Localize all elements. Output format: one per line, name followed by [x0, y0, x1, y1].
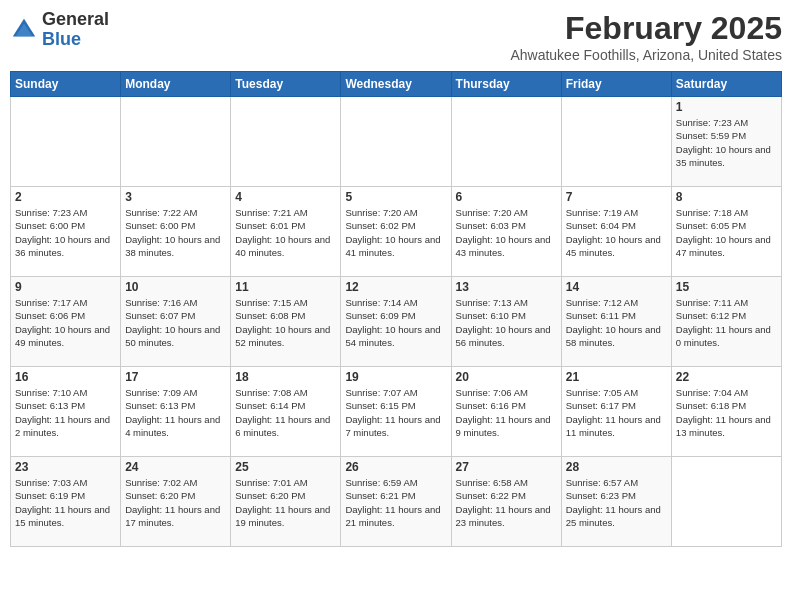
day-number: 17 — [125, 370, 226, 384]
day-info: Sunrise: 7:23 AM Sunset: 6:00 PM Dayligh… — [15, 206, 116, 259]
calendar-cell: 3Sunrise: 7:22 AM Sunset: 6:00 PM Daylig… — [121, 187, 231, 277]
calendar-cell: 6Sunrise: 7:20 AM Sunset: 6:03 PM Daylig… — [451, 187, 561, 277]
calendar-cell: 14Sunrise: 7:12 AM Sunset: 6:11 PM Dayli… — [561, 277, 671, 367]
day-info: Sunrise: 7:14 AM Sunset: 6:09 PM Dayligh… — [345, 296, 446, 349]
calendar-cell: 11Sunrise: 7:15 AM Sunset: 6:08 PM Dayli… — [231, 277, 341, 367]
day-info: Sunrise: 7:10 AM Sunset: 6:13 PM Dayligh… — [15, 386, 116, 439]
day-info: Sunrise: 7:08 AM Sunset: 6:14 PM Dayligh… — [235, 386, 336, 439]
calendar-cell: 21Sunrise: 7:05 AM Sunset: 6:17 PM Dayli… — [561, 367, 671, 457]
day-number: 7 — [566, 190, 667, 204]
calendar-cell: 20Sunrise: 7:06 AM Sunset: 6:16 PM Dayli… — [451, 367, 561, 457]
header-tuesday: Tuesday — [231, 72, 341, 97]
calendar-cell — [451, 97, 561, 187]
logo-text: General Blue — [42, 10, 109, 50]
day-info: Sunrise: 7:15 AM Sunset: 6:08 PM Dayligh… — [235, 296, 336, 349]
calendar-cell: 25Sunrise: 7:01 AM Sunset: 6:20 PM Dayli… — [231, 457, 341, 547]
day-info: Sunrise: 7:06 AM Sunset: 6:16 PM Dayligh… — [456, 386, 557, 439]
calendar-cell: 22Sunrise: 7:04 AM Sunset: 6:18 PM Dayli… — [671, 367, 781, 457]
calendar-cell — [341, 97, 451, 187]
calendar-cell — [561, 97, 671, 187]
calendar-week-4: 23Sunrise: 7:03 AM Sunset: 6:19 PM Dayli… — [11, 457, 782, 547]
calendar-cell: 17Sunrise: 7:09 AM Sunset: 6:13 PM Dayli… — [121, 367, 231, 457]
calendar-cell: 13Sunrise: 7:13 AM Sunset: 6:10 PM Dayli… — [451, 277, 561, 367]
day-info: Sunrise: 7:21 AM Sunset: 6:01 PM Dayligh… — [235, 206, 336, 259]
calendar-cell — [671, 457, 781, 547]
calendar-cell: 9Sunrise: 7:17 AM Sunset: 6:06 PM Daylig… — [11, 277, 121, 367]
day-number: 21 — [566, 370, 667, 384]
day-number: 19 — [345, 370, 446, 384]
calendar-cell: 10Sunrise: 7:16 AM Sunset: 6:07 PM Dayli… — [121, 277, 231, 367]
day-info: Sunrise: 7:13 AM Sunset: 6:10 PM Dayligh… — [456, 296, 557, 349]
calendar-week-0: 1Sunrise: 7:23 AM Sunset: 5:59 PM Daylig… — [11, 97, 782, 187]
day-number: 27 — [456, 460, 557, 474]
day-number: 16 — [15, 370, 116, 384]
day-number: 20 — [456, 370, 557, 384]
day-info: Sunrise: 7:23 AM Sunset: 5:59 PM Dayligh… — [676, 116, 777, 169]
day-number: 28 — [566, 460, 667, 474]
logo-general-text: General — [42, 10, 109, 30]
calendar-week-1: 2Sunrise: 7:23 AM Sunset: 6:00 PM Daylig… — [11, 187, 782, 277]
header-wednesday: Wednesday — [341, 72, 451, 97]
header-thursday: Thursday — [451, 72, 561, 97]
header-friday: Friday — [561, 72, 671, 97]
logo-icon — [10, 16, 38, 44]
day-number: 1 — [676, 100, 777, 114]
calendar-cell: 4Sunrise: 7:21 AM Sunset: 6:01 PM Daylig… — [231, 187, 341, 277]
calendar-cell — [231, 97, 341, 187]
calendar-cell: 5Sunrise: 7:20 AM Sunset: 6:02 PM Daylig… — [341, 187, 451, 277]
day-info: Sunrise: 7:17 AM Sunset: 6:06 PM Dayligh… — [15, 296, 116, 349]
calendar-cell: 2Sunrise: 7:23 AM Sunset: 6:00 PM Daylig… — [11, 187, 121, 277]
day-number: 3 — [125, 190, 226, 204]
calendar-cell: 1Sunrise: 7:23 AM Sunset: 5:59 PM Daylig… — [671, 97, 781, 187]
day-number: 11 — [235, 280, 336, 294]
logo-blue-text: Blue — [42, 30, 109, 50]
calendar-cell: 12Sunrise: 7:14 AM Sunset: 6:09 PM Dayli… — [341, 277, 451, 367]
day-info: Sunrise: 7:12 AM Sunset: 6:11 PM Dayligh… — [566, 296, 667, 349]
day-info: Sunrise: 7:07 AM Sunset: 6:15 PM Dayligh… — [345, 386, 446, 439]
calendar-cell — [121, 97, 231, 187]
day-number: 25 — [235, 460, 336, 474]
day-number: 12 — [345, 280, 446, 294]
header-sunday: Sunday — [11, 72, 121, 97]
calendar-cell: 16Sunrise: 7:10 AM Sunset: 6:13 PM Dayli… — [11, 367, 121, 457]
day-info: Sunrise: 7:18 AM Sunset: 6:05 PM Dayligh… — [676, 206, 777, 259]
day-number: 13 — [456, 280, 557, 294]
day-number: 22 — [676, 370, 777, 384]
day-info: Sunrise: 7:16 AM Sunset: 6:07 PM Dayligh… — [125, 296, 226, 349]
calendar-table: SundayMondayTuesdayWednesdayThursdayFrid… — [10, 71, 782, 547]
day-info: Sunrise: 6:59 AM Sunset: 6:21 PM Dayligh… — [345, 476, 446, 529]
day-info: Sunrise: 7:20 AM Sunset: 6:02 PM Dayligh… — [345, 206, 446, 259]
day-info: Sunrise: 7:05 AM Sunset: 6:17 PM Dayligh… — [566, 386, 667, 439]
header-monday: Monday — [121, 72, 231, 97]
calendar-cell: 15Sunrise: 7:11 AM Sunset: 6:12 PM Dayli… — [671, 277, 781, 367]
title-block: February 2025 Ahwatukee Foothills, Arizo… — [510, 10, 782, 63]
day-info: Sunrise: 7:03 AM Sunset: 6:19 PM Dayligh… — [15, 476, 116, 529]
day-info: Sunrise: 7:11 AM Sunset: 6:12 PM Dayligh… — [676, 296, 777, 349]
calendar-cell: 19Sunrise: 7:07 AM Sunset: 6:15 PM Dayli… — [341, 367, 451, 457]
day-number: 2 — [15, 190, 116, 204]
calendar-week-2: 9Sunrise: 7:17 AM Sunset: 6:06 PM Daylig… — [11, 277, 782, 367]
day-info: Sunrise: 7:19 AM Sunset: 6:04 PM Dayligh… — [566, 206, 667, 259]
calendar-cell: 23Sunrise: 7:03 AM Sunset: 6:19 PM Dayli… — [11, 457, 121, 547]
day-info: Sunrise: 7:20 AM Sunset: 6:03 PM Dayligh… — [456, 206, 557, 259]
calendar-cell: 24Sunrise: 7:02 AM Sunset: 6:20 PM Dayli… — [121, 457, 231, 547]
day-info: Sunrise: 7:22 AM Sunset: 6:00 PM Dayligh… — [125, 206, 226, 259]
day-number: 23 — [15, 460, 116, 474]
logo: General Blue — [10, 10, 109, 50]
header-saturday: Saturday — [671, 72, 781, 97]
day-number: 15 — [676, 280, 777, 294]
calendar-cell: 26Sunrise: 6:59 AM Sunset: 6:21 PM Dayli… — [341, 457, 451, 547]
location: Ahwatukee Foothills, Arizona, United Sta… — [510, 47, 782, 63]
month-year: February 2025 — [510, 10, 782, 47]
day-number: 26 — [345, 460, 446, 474]
day-info: Sunrise: 7:01 AM Sunset: 6:20 PM Dayligh… — [235, 476, 336, 529]
day-number: 18 — [235, 370, 336, 384]
day-number: 5 — [345, 190, 446, 204]
day-info: Sunrise: 6:57 AM Sunset: 6:23 PM Dayligh… — [566, 476, 667, 529]
calendar-cell: 7Sunrise: 7:19 AM Sunset: 6:04 PM Daylig… — [561, 187, 671, 277]
day-info: Sunrise: 7:04 AM Sunset: 6:18 PM Dayligh… — [676, 386, 777, 439]
day-number: 8 — [676, 190, 777, 204]
calendar-cell: 27Sunrise: 6:58 AM Sunset: 6:22 PM Dayli… — [451, 457, 561, 547]
day-info: Sunrise: 6:58 AM Sunset: 6:22 PM Dayligh… — [456, 476, 557, 529]
day-info: Sunrise: 7:02 AM Sunset: 6:20 PM Dayligh… — [125, 476, 226, 529]
